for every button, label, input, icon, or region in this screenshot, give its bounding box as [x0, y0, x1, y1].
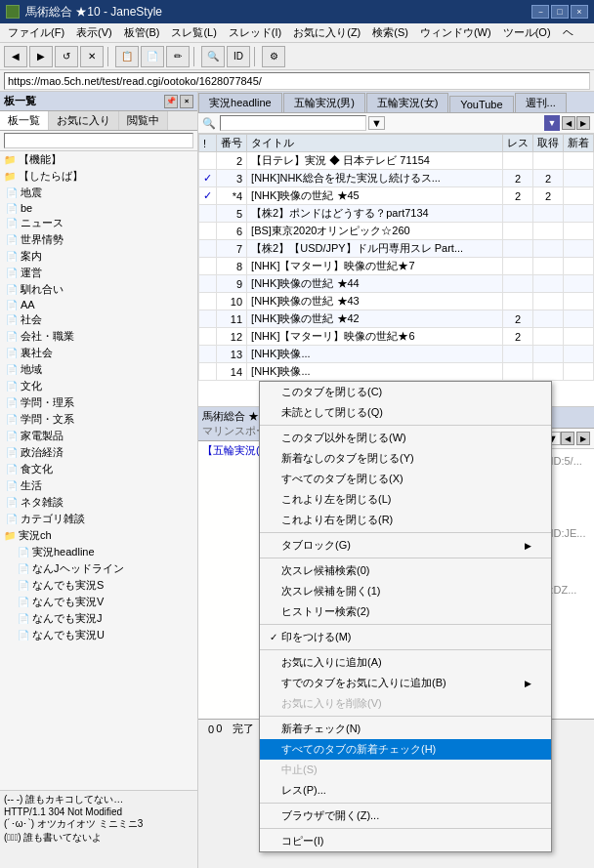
context-menu-item[interactable]: ヒストリー検索(2) [260, 601, 551, 622]
table-row[interactable]: ✓ *4 [NHK]映像の世紀 ★45 2 2 [199, 187, 594, 205]
thread-search-input[interactable] [220, 115, 366, 131]
table-row[interactable]: 11 [NHK]映像の世紀 ★42 2 [199, 310, 594, 328]
context-menu-item[interactable]: すべてのタブを閉じる(X) [260, 469, 551, 489]
back-button[interactable]: ◀ [4, 46, 27, 67]
table-row[interactable]: 12 [NHK]【マターリ】映像の世紀★6 2 [199, 328, 594, 346]
filter-icon[interactable]: ▼ [544, 115, 560, 131]
table-row[interactable]: 7 【株2】【USD/JPY】ドル円専用スレ Part... [199, 240, 594, 258]
tab-womens[interactable]: 五輪実況(女) [366, 93, 448, 112]
menu-help[interactable]: ヘ [557, 23, 579, 42]
context-menu-item[interactable]: すべてのタブの新着チェック(H) [260, 739, 551, 760]
board-btn[interactable]: 📋 [115, 46, 139, 67]
sidebar-item-region[interactable]: 📄 地域 [0, 361, 197, 378]
sidebar-item-jikyo[interactable]: 📁 実況ch [0, 527, 197, 544]
context-menu-item[interactable]: これより右を閉じる(R) [260, 510, 551, 530]
sidebar-pin-button[interactable]: 📌 [164, 95, 178, 108]
maximize-button[interactable]: □ [551, 5, 569, 19]
sidebar-item-be[interactable]: 📄 be [0, 201, 197, 215]
sidebar-item-underground[interactable]: 📄 裏社会 [0, 345, 197, 361]
sidebar-item-gossip[interactable]: 📄 ネタ雑談 [0, 494, 197, 511]
table-row[interactable]: 6 [BS]東京2020オリンピック☆260 [199, 223, 594, 240]
table-row[interactable]: 9 [NHK]映像の世紀 ★44 [199, 275, 594, 293]
sidebar-item-nanj-headline[interactable]: 📄 なんJヘッドライン [0, 560, 197, 577]
menu-favorites[interactable]: お気に入り(Z) [287, 23, 366, 42]
context-menu-item[interactable]: 新着なしのタブを閉じる(Y) [260, 448, 551, 469]
thread-btn[interactable]: 📄 [141, 46, 164, 67]
sidebar-item-electronics[interactable]: 📄 家電製品 [0, 428, 197, 444]
reload-button[interactable]: ↺ [55, 46, 78, 67]
menu-threadlist[interactable]: スレ覧(L) [165, 23, 222, 42]
sidebar-item-category[interactable]: 📄 カテゴリ雑談 [0, 511, 197, 527]
search-btn[interactable]: 🔍 [201, 46, 225, 67]
menu-search[interactable]: 検索(S) [366, 23, 414, 42]
table-row[interactable]: 2 【日テレ】実況 ◆ 日本テレビ 71154 [199, 152, 594, 170]
sidebar-item-headline[interactable]: 📄 実況headline [0, 544, 197, 560]
sidebar-search-input[interactable] [4, 133, 193, 148]
sidebar-tab-browsing[interactable]: 閲覧中 [119, 111, 168, 130]
sidebar-item-info[interactable]: 📄 案内 [0, 248, 197, 265]
sidebar-close-button[interactable]: × [180, 95, 193, 108]
context-menu-item[interactable]: このタブを閉じる(C) [260, 382, 551, 402]
sidebar-item-nare[interactable]: 📄 馴れ合い [0, 281, 197, 298]
forward-button[interactable]: ▶ [29, 46, 53, 67]
sidebar-item-politics[interactable]: 📄 政治経済 [0, 444, 197, 461]
menu-file[interactable]: ファイル(F) [2, 23, 70, 42]
sidebar-item-nandeu[interactable]: 📄 なんでも実況U [0, 627, 197, 643]
prev-btn[interactable]: ◀ [562, 116, 575, 130]
context-menu-item[interactable]: すでのタブをお気に入りに追加(B)▶ [260, 673, 551, 693]
tool-btn1[interactable]: ⚙ [262, 46, 285, 67]
menu-thread[interactable]: スレッド(I) [223, 23, 287, 42]
table-row[interactable]: 8 [NHK]【マターリ】映像の世紀★7 [199, 258, 594, 275]
address-input[interactable] [4, 72, 590, 90]
write-btn[interactable]: ✏ [166, 46, 190, 67]
context-menu-item[interactable]: ✓印をつける(M) [260, 627, 551, 647]
table-row[interactable]: 5 【株2】ポンドはどうする？part7134 [199, 205, 594, 223]
sidebar-item-news[interactable]: 📄 ニュース [0, 215, 197, 231]
menu-board[interactable]: 板管(B) [118, 23, 166, 42]
sidebar-item-nandev[interactable]: 📄 なんでも実況V [0, 594, 197, 610]
sidebar-item-jishin[interactable]: 📄 地震 [0, 185, 197, 201]
tab-mens[interactable]: 五輪実況(男) [283, 93, 365, 112]
sidebar-item-features[interactable]: 📁 【機能】 [0, 151, 197, 168]
sidebar-item-life[interactable]: 📄 生活 [0, 477, 197, 494]
sidebar-tab-favorites[interactable]: お気に入り [49, 111, 119, 130]
context-menu-item[interactable]: 未読として閉じる(Q) [260, 402, 551, 423]
tab-headline[interactable]: 実況headline [198, 93, 282, 112]
table-row[interactable]: 10 [NHK]映像の世紀 ★43 [199, 293, 594, 310]
table-row[interactable]: ✓ 3 [NHK]NHK総合を視た実況し続けるス... 2 2 [199, 170, 594, 187]
minimize-button[interactable]: － [531, 5, 549, 19]
menu-view[interactable]: 表示(V) [70, 23, 118, 42]
table-row[interactable]: 13 [NHK]映像... [199, 346, 594, 363]
sidebar-tab-boards[interactable]: 板一覧 [0, 111, 49, 130]
sidebar-item-aa[interactable]: 📄 AA [0, 298, 197, 311]
sidebar-item-nandes[interactable]: 📄 なんでも実況S [0, 577, 197, 594]
sidebar-item-food[interactable]: 📄 食文化 [0, 461, 197, 477]
next-btn[interactable]: ▶ [576, 116, 590, 130]
sidebar-item-science[interactable]: 📄 学問・理系 [0, 394, 197, 411]
context-menu-item[interactable]: タブロック(G)▶ [260, 535, 551, 556]
sidebar-item-culture[interactable]: 📄 文化 [0, 378, 197, 394]
context-menu-item[interactable]: このタブ以外を閉じる(W) [260, 428, 551, 448]
sidebar-item-nandej[interactable]: 📄 なんでも実況J [0, 610, 197, 627]
context-menu-item[interactable]: レス(P)... [260, 780, 551, 801]
sidebar-item-company[interactable]: 📄 会社・職業 [0, 328, 197, 345]
sidebar-item-shitaraba[interactable]: 📁 【したらば】 [0, 168, 197, 185]
table-row[interactable]: 14 [NHK]映像... [199, 363, 594, 381]
context-menu-item[interactable]: コピー(I) [260, 831, 551, 851]
context-menu-item[interactable]: お気に入りに追加(A) [260, 652, 551, 673]
tab-youtube[interactable]: YouTube [449, 96, 513, 112]
close-button[interactable]: × [571, 5, 588, 19]
id-btn[interactable]: ID [227, 46, 250, 67]
sidebar-item-humanities[interactable]: 📄 学問・文系 [0, 411, 197, 428]
context-menu-item[interactable]: 次スレ候補検索(0) [260, 560, 551, 581]
sidebar-item-society[interactable]: 📄 社会 [0, 311, 197, 328]
menu-tools[interactable]: ツール(O) [497, 23, 557, 42]
lower-next-btn[interactable]: ▶ [576, 432, 590, 445]
context-menu-item[interactable]: これより左を閉じる(L) [260, 489, 551, 510]
dropdown-icon[interactable]: ▼ [368, 116, 385, 130]
sidebar-item-management[interactable]: 📄 運営 [0, 265, 197, 281]
stop-button[interactable]: ✕ [80, 46, 104, 67]
context-menu-item[interactable]: ブラウザで開く(Z)... [260, 806, 551, 826]
lower-prev-btn[interactable]: ◀ [561, 432, 574, 445]
menu-window[interactable]: ウィンドウ(W) [414, 23, 497, 42]
